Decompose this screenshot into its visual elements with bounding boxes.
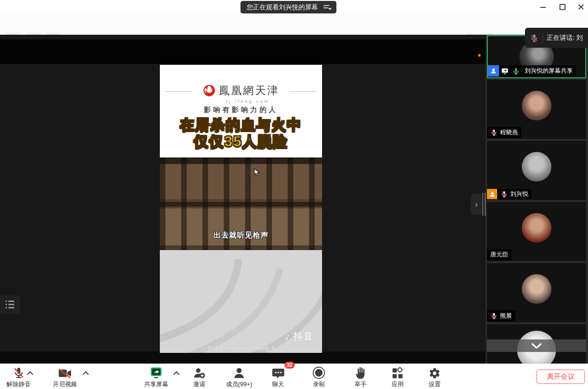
- video-outro-section: ♪ 抖音 抖音号: Fenghuangwang_tj: [160, 250, 322, 353]
- watching-banner: 您正在观看刘兴悦的屏幕: [240, 1, 336, 13]
- audio-options-chevron[interactable]: [26, 370, 34, 376]
- speaking-indicator-label: 正在讲话: 刘: [547, 34, 583, 42]
- invite-label: 邀请: [188, 380, 210, 389]
- participant-tile[interactable]: 程晓燕: [487, 80, 586, 139]
- share-screen-icon: [149, 366, 163, 379]
- camera-off-icon: [58, 367, 72, 379]
- speaking-indicator-overlay: 正在讲话: 刘: [525, 28, 588, 48]
- raise-hand-button[interactable]: 举手: [349, 365, 372, 389]
- maximize-icon: [559, 4, 566, 10]
- brand-url: tj.ifeng.com: [160, 99, 322, 104]
- recording-dot: [478, 54, 481, 56]
- letterbox-bottom: [0, 351, 486, 364]
- members-button[interactable]: 成员(99+): [223, 365, 255, 389]
- side-panel-toggle[interactable]: [0, 295, 20, 314]
- record-label: 录制: [308, 380, 330, 389]
- members-icon: [233, 367, 245, 379]
- participant-tile-partial[interactable]: [487, 324, 586, 364]
- invite-button[interactable]: 邀请: [188, 365, 210, 389]
- apps-icon: [392, 367, 404, 379]
- record-button[interactable]: 录制: [308, 365, 330, 389]
- avatar: [522, 152, 551, 182]
- apps-label: 应用: [386, 380, 409, 389]
- start-video-label: 开启视频: [50, 380, 80, 389]
- members-label: 成员(99+): [223, 380, 255, 389]
- banner-menu-icon[interactable]: [322, 4, 332, 11]
- chat-label: 聊天: [267, 380, 289, 389]
- share-screen-button[interactable]: 共享屏幕: [141, 365, 171, 389]
- photo-wall-scene: 出去就听见枪声: [160, 157, 322, 250]
- participant-name: 熊展: [500, 312, 512, 320]
- shared-screen-area: 鳳凰網天津 tj.ifeng.com 影响有影响力的人 在屠杀的血与火中 仅仅3…: [0, 35, 486, 364]
- statusbar: 06:35 演 正在讲话: 刘: [0, 14, 588, 35]
- mouse-cursor: [254, 168, 260, 178]
- mic-on-icon: [510, 65, 521, 76]
- douyin-account: 抖音号: Fenghuangwang_tj: [160, 345, 322, 352]
- share-options-chevron[interactable]: [173, 370, 180, 376]
- avatar: [522, 274, 551, 304]
- brand-name: 鳳凰網天津: [219, 83, 279, 98]
- close-icon: [578, 4, 584, 10]
- start-video-button[interactable]: 开启视频: [50, 365, 80, 389]
- watching-banner-label: 您正在观看刘兴悦的屏幕: [247, 3, 318, 12]
- screen-share-icon: [499, 65, 510, 76]
- video-options-chevron[interactable]: [82, 370, 89, 376]
- bottom-toolbar: 解除静音 开启视频 共享屏幕 邀请 成员(99+): [0, 364, 588, 389]
- settings-gear-icon: [429, 367, 441, 379]
- participants-sidebar: 刘兴悦的屏幕共享 程晓燕: [486, 35, 588, 364]
- avatar: [522, 213, 551, 243]
- minimize-icon: [540, 4, 546, 10]
- letterbox-top: [0, 39, 486, 64]
- share-screen-label: 共享屏幕: [141, 380, 171, 389]
- pinned-user-icon: [488, 65, 499, 76]
- mic-muted-icon: [490, 129, 498, 136]
- settings-button[interactable]: 设置: [424, 365, 446, 389]
- meeting-window: 您正在观看刘兴悦的屏幕: [0, 0, 588, 389]
- unmute-label: 解除静音: [4, 380, 33, 389]
- divider: [543, 33, 543, 43]
- apps-button[interactable]: 应用: [386, 365, 409, 389]
- participant-tile[interactable]: 熊展: [487, 263, 586, 322]
- leave-meeting-button[interactable]: 离开会议: [537, 370, 585, 384]
- participant-name: 程晓燕: [500, 128, 518, 137]
- participant-tile[interactable]: 唐元臣: [487, 202, 586, 261]
- brand-tagline: 影响有影响力的人: [160, 106, 322, 114]
- host-user-icon: [487, 189, 497, 199]
- list-icon: [6, 301, 15, 309]
- minimize-button[interactable]: [537, 2, 550, 12]
- participant-tile[interactable]: 刘兴悦: [487, 141, 586, 200]
- chat-icon: [272, 367, 285, 379]
- raise-hand-label: 举手: [349, 380, 372, 389]
- video-caption: 出去就听见枪声: [160, 231, 322, 240]
- raise-hand-icon: [355, 366, 366, 379]
- douyin-logo-icon: ♪: [285, 330, 291, 343]
- titlebar: 您正在观看刘兴悦的屏幕: [0, 0, 588, 14]
- phoenix-logo-icon: [203, 84, 215, 97]
- participant-name: 刘兴悦的屏幕共享: [521, 65, 576, 76]
- avatar: [522, 91, 551, 120]
- mic-muted-icon: [530, 33, 539, 43]
- unmute-button[interactable]: 解除静音: [4, 365, 33, 389]
- mic-muted-icon: [500, 190, 508, 198]
- sidebar-drag-handle[interactable]: [482, 193, 486, 216]
- participant-name: 刘兴悦: [510, 190, 528, 198]
- settings-label: 设置: [424, 380, 446, 389]
- mic-muted-icon: [13, 366, 25, 379]
- main-region: 鳳凰網天津 tj.ifeng.com 影响有影响力的人 在屠杀的血与火中 仅仅3…: [0, 35, 588, 364]
- headline-line2: 仅仅35人脱险: [160, 133, 322, 150]
- close-button[interactable]: [575, 2, 588, 12]
- headline-line1: 在屠杀的血与火中: [160, 117, 322, 133]
- chevron-down-icon: [531, 343, 543, 349]
- record-icon: [312, 366, 325, 379]
- mic-muted-icon: [490, 312, 498, 320]
- chat-unread-badge: 32: [285, 362, 295, 369]
- invite-icon: [193, 367, 206, 379]
- sidebar-collapse-button[interactable]: ›: [471, 194, 482, 215]
- douyin-label: 抖音: [293, 330, 314, 343]
- scroll-more-participants[interactable]: [487, 339, 586, 352]
- video-headline: 在屠杀的血与火中 仅仅35人脱险: [160, 117, 322, 150]
- shared-video-content: 鳳凰網天津 tj.ifeng.com 影响有影响力的人 在屠杀的血与火中 仅仅3…: [160, 65, 322, 353]
- participant-name: 唐元臣: [490, 251, 508, 259]
- maximize-button[interactable]: [556, 2, 569, 12]
- chat-button[interactable]: 32 聊天: [267, 365, 289, 389]
